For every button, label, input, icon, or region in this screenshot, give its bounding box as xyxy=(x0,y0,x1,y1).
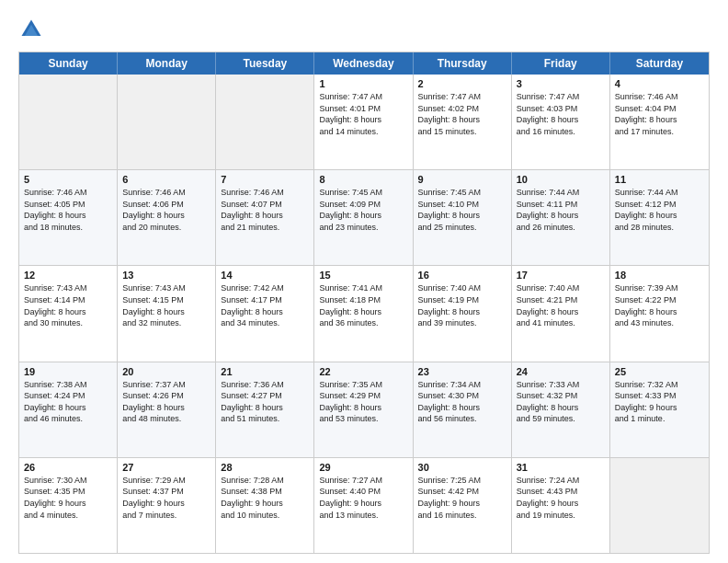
day-number: 28 xyxy=(221,462,309,473)
calendar-week-2: 5Sunrise: 7:46 AM Sunset: 4:05 PM Daylig… xyxy=(19,169,709,265)
day-number: 11 xyxy=(615,174,704,185)
calendar-week-5: 26Sunrise: 7:30 AM Sunset: 4:35 PM Dayli… xyxy=(19,457,709,553)
calendar-day-8: 8Sunrise: 7:45 AM Sunset: 4:09 PM Daylig… xyxy=(314,170,413,265)
day-number: 12 xyxy=(24,270,112,281)
calendar-week-1: 1Sunrise: 7:47 AM Sunset: 4:01 PM Daylig… xyxy=(19,75,709,169)
day-info: Sunrise: 7:47 AM Sunset: 4:01 PM Dayligh… xyxy=(319,91,407,137)
day-info: Sunrise: 7:46 AM Sunset: 4:06 PM Dayligh… xyxy=(122,187,210,233)
day-number: 9 xyxy=(418,174,506,185)
calendar-day-6: 6Sunrise: 7:46 AM Sunset: 4:06 PM Daylig… xyxy=(118,170,216,265)
day-info: Sunrise: 7:45 AM Sunset: 4:09 PM Dayligh… xyxy=(319,187,407,233)
day-info: Sunrise: 7:34 AM Sunset: 4:30 PM Dayligh… xyxy=(418,379,506,425)
day-number: 20 xyxy=(122,366,210,377)
day-number: 4 xyxy=(615,78,704,89)
day-info: Sunrise: 7:41 AM Sunset: 4:18 PM Dayligh… xyxy=(319,282,407,328)
calendar-day-5: 5Sunrise: 7:46 AM Sunset: 4:05 PM Daylig… xyxy=(19,170,118,265)
day-number: 18 xyxy=(615,270,704,281)
day-number: 31 xyxy=(517,462,605,473)
day-info: Sunrise: 7:39 AM Sunset: 4:22 PM Dayligh… xyxy=(615,282,704,328)
calendar-day-2: 2Sunrise: 7:47 AM Sunset: 4:02 PM Daylig… xyxy=(414,75,512,169)
day-number: 29 xyxy=(319,462,407,473)
calendar-day-21: 21Sunrise: 7:36 AM Sunset: 4:27 PM Dayli… xyxy=(216,362,314,457)
day-info: Sunrise: 7:46 AM Sunset: 4:07 PM Dayligh… xyxy=(221,187,309,233)
day-info: Sunrise: 7:43 AM Sunset: 4:14 PM Dayligh… xyxy=(24,282,112,328)
header xyxy=(18,17,710,42)
day-info: Sunrise: 7:37 AM Sunset: 4:26 PM Dayligh… xyxy=(122,379,210,425)
day-number: 5 xyxy=(24,174,112,185)
day-number: 27 xyxy=(122,462,210,473)
calendar-week-4: 19Sunrise: 7:38 AM Sunset: 4:24 PM Dayli… xyxy=(19,362,709,457)
day-header-saturday: Saturday xyxy=(610,52,709,75)
calendar-day-1: 1Sunrise: 7:47 AM Sunset: 4:01 PM Daylig… xyxy=(314,75,413,169)
calendar-day-10: 10Sunrise: 7:44 AM Sunset: 4:11 PM Dayli… xyxy=(512,170,610,265)
day-number: 22 xyxy=(319,366,407,377)
day-number: 3 xyxy=(517,78,605,89)
calendar-day-18: 18Sunrise: 7:39 AM Sunset: 4:22 PM Dayli… xyxy=(610,266,709,361)
calendar-day-17: 17Sunrise: 7:40 AM Sunset: 4:21 PM Dayli… xyxy=(512,266,610,361)
calendar-day-23: 23Sunrise: 7:34 AM Sunset: 4:30 PM Dayli… xyxy=(414,362,512,457)
calendar-header: SundayMondayTuesdayWednesdayThursdayFrid… xyxy=(19,52,709,75)
calendar-day-28: 28Sunrise: 7:28 AM Sunset: 4:38 PM Dayli… xyxy=(216,458,314,553)
calendar-day-29: 29Sunrise: 7:27 AM Sunset: 4:40 PM Dayli… xyxy=(314,458,413,553)
calendar-day-20: 20Sunrise: 7:37 AM Sunset: 4:26 PM Dayli… xyxy=(118,362,216,457)
calendar-day-13: 13Sunrise: 7:43 AM Sunset: 4:15 PM Dayli… xyxy=(118,266,216,361)
day-number: 7 xyxy=(221,174,309,185)
page: SundayMondayTuesdayWednesdayThursdayFrid… xyxy=(0,0,728,563)
calendar-day-19: 19Sunrise: 7:38 AM Sunset: 4:24 PM Dayli… xyxy=(19,362,118,457)
calendar-day-empty xyxy=(610,458,709,553)
day-number: 26 xyxy=(24,462,112,473)
day-info: Sunrise: 7:25 AM Sunset: 4:42 PM Dayligh… xyxy=(418,475,506,521)
calendar-day-4: 4Sunrise: 7:46 AM Sunset: 4:04 PM Daylig… xyxy=(610,75,709,169)
day-info: Sunrise: 7:28 AM Sunset: 4:38 PM Dayligh… xyxy=(221,475,309,521)
calendar-day-11: 11Sunrise: 7:44 AM Sunset: 4:12 PM Dayli… xyxy=(610,170,709,265)
calendar-day-27: 27Sunrise: 7:29 AM Sunset: 4:37 PM Dayli… xyxy=(118,458,216,553)
day-info: Sunrise: 7:40 AM Sunset: 4:21 PM Dayligh… xyxy=(517,282,605,328)
day-header-friday: Friday xyxy=(512,52,610,75)
day-number: 24 xyxy=(517,366,605,377)
calendar: SundayMondayTuesdayWednesdayThursdayFrid… xyxy=(18,52,710,554)
day-header-sunday: Sunday xyxy=(19,52,118,75)
calendar-day-25: 25Sunrise: 7:32 AM Sunset: 4:33 PM Dayli… xyxy=(610,362,709,457)
day-number: 30 xyxy=(418,462,506,473)
day-info: Sunrise: 7:33 AM Sunset: 4:32 PM Dayligh… xyxy=(517,379,605,425)
calendar-day-empty xyxy=(216,75,314,169)
day-number: 19 xyxy=(24,366,112,377)
day-info: Sunrise: 7:45 AM Sunset: 4:10 PM Dayligh… xyxy=(418,187,506,233)
day-info: Sunrise: 7:36 AM Sunset: 4:27 PM Dayligh… xyxy=(221,379,309,425)
day-number: 25 xyxy=(615,366,704,377)
calendar-day-12: 12Sunrise: 7:43 AM Sunset: 4:14 PM Dayli… xyxy=(19,266,118,361)
calendar-day-empty xyxy=(118,75,216,169)
day-number: 16 xyxy=(418,270,506,281)
calendar-day-3: 3Sunrise: 7:47 AM Sunset: 4:03 PM Daylig… xyxy=(512,75,610,169)
calendar-body: 1Sunrise: 7:47 AM Sunset: 4:01 PM Daylig… xyxy=(19,75,709,553)
calendar-day-15: 15Sunrise: 7:41 AM Sunset: 4:18 PM Dayli… xyxy=(314,266,413,361)
day-header-wednesday: Wednesday xyxy=(314,52,413,75)
day-info: Sunrise: 7:43 AM Sunset: 4:15 PM Dayligh… xyxy=(122,282,210,328)
day-info: Sunrise: 7:46 AM Sunset: 4:04 PM Dayligh… xyxy=(615,91,704,137)
day-header-thursday: Thursday xyxy=(414,52,512,75)
calendar-day-16: 16Sunrise: 7:40 AM Sunset: 4:19 PM Dayli… xyxy=(414,266,512,361)
day-info: Sunrise: 7:44 AM Sunset: 4:12 PM Dayligh… xyxy=(615,187,704,233)
day-info: Sunrise: 7:46 AM Sunset: 4:05 PM Dayligh… xyxy=(24,187,112,233)
day-info: Sunrise: 7:24 AM Sunset: 4:43 PM Dayligh… xyxy=(517,475,605,521)
calendar-day-22: 22Sunrise: 7:35 AM Sunset: 4:29 PM Dayli… xyxy=(314,362,413,457)
day-info: Sunrise: 7:32 AM Sunset: 4:33 PM Dayligh… xyxy=(615,379,704,425)
day-info: Sunrise: 7:27 AM Sunset: 4:40 PM Dayligh… xyxy=(319,475,407,521)
day-info: Sunrise: 7:38 AM Sunset: 4:24 PM Dayligh… xyxy=(24,379,112,425)
calendar-day-24: 24Sunrise: 7:33 AM Sunset: 4:32 PM Dayli… xyxy=(512,362,610,457)
calendar-day-9: 9Sunrise: 7:45 AM Sunset: 4:10 PM Daylig… xyxy=(414,170,512,265)
day-number: 2 xyxy=(418,78,506,89)
calendar-day-7: 7Sunrise: 7:46 AM Sunset: 4:07 PM Daylig… xyxy=(216,170,314,265)
day-number: 21 xyxy=(221,366,309,377)
day-info: Sunrise: 7:47 AM Sunset: 4:02 PM Dayligh… xyxy=(418,91,506,137)
calendar-day-14: 14Sunrise: 7:42 AM Sunset: 4:17 PM Dayli… xyxy=(216,266,314,361)
day-info: Sunrise: 7:47 AM Sunset: 4:03 PM Dayligh… xyxy=(517,91,605,137)
day-number: 8 xyxy=(319,174,407,185)
day-number: 14 xyxy=(221,270,309,281)
day-info: Sunrise: 7:29 AM Sunset: 4:37 PM Dayligh… xyxy=(122,475,210,521)
day-info: Sunrise: 7:44 AM Sunset: 4:11 PM Dayligh… xyxy=(517,187,605,233)
day-header-monday: Monday xyxy=(118,52,216,75)
logo xyxy=(18,17,48,42)
day-number: 23 xyxy=(418,366,506,377)
logo-icon xyxy=(18,17,44,42)
